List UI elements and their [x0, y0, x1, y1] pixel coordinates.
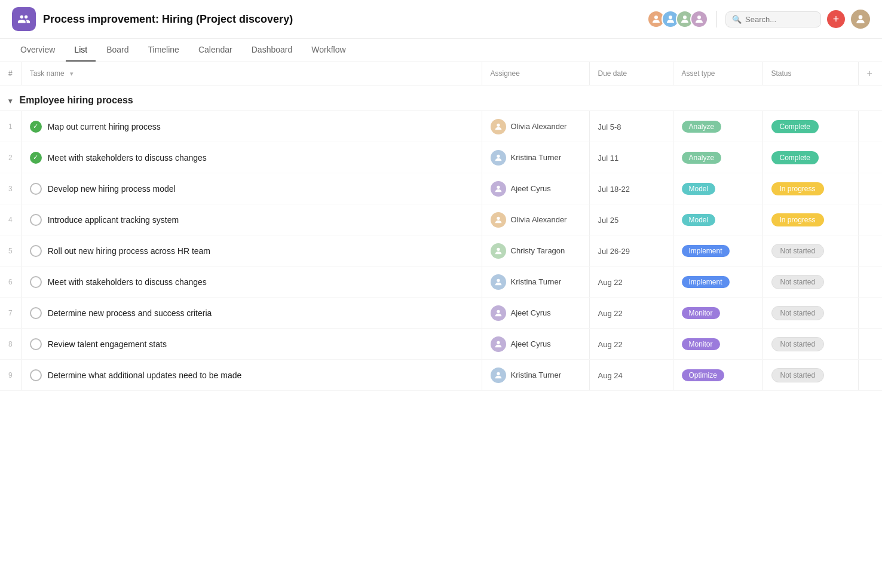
asset-type-cell: Model	[673, 173, 762, 204]
task-name-cell[interactable]: Meet with stakeholders to discuss change…	[21, 267, 482, 298]
task-checkbox[interactable]	[30, 121, 42, 133]
task-name-cell[interactable]: Develop new hiring process model	[21, 173, 482, 204]
team-avatars[interactable]	[647, 10, 708, 28]
asset-type-cell: Monitor	[673, 298, 762, 329]
assignee-avatar	[491, 181, 506, 197]
task-name-text: Meet with stakeholders to discuss change…	[48, 153, 207, 163]
header-divider	[716, 11, 717, 27]
task-checkbox[interactable]	[30, 307, 42, 319]
row-add-cell	[858, 142, 882, 173]
task-checkbox[interactable]	[30, 338, 42, 350]
task-name-text: Map out current hiring process	[48, 122, 161, 131]
task-name-cell[interactable]: Introduce applicant tracking system	[21, 204, 482, 235]
status-badge[interactable]: Complete	[771, 151, 819, 164]
due-date-cell: Aug 22	[589, 267, 673, 298]
asset-badge: Implement	[682, 245, 730, 257]
row-number: 6	[0, 267, 21, 298]
status-cell[interactable]: In progress	[762, 204, 858, 235]
due-date-text: Aug 22	[598, 309, 623, 318]
task-name-text: Develop new hiring process model	[48, 184, 176, 194]
task-name-cell[interactable]: Review talent engagement stats	[21, 329, 482, 360]
avatar-4[interactable]	[690, 10, 708, 28]
section-chevron-icon[interactable]: ▾	[8, 97, 12, 105]
assignee-cell: Olivia Alexander	[482, 204, 589, 235]
task-checkbox[interactable]	[30, 183, 42, 195]
add-button[interactable]: +	[827, 10, 845, 28]
row-add-cell	[858, 360, 882, 391]
current-user-avatar[interactable]	[851, 10, 870, 29]
assignee-cell: Ajeet Cyrus	[482, 329, 589, 360]
section-title: Employee hiring process	[19, 95, 133, 105]
status-cell[interactable]: In progress	[762, 173, 858, 204]
task-name-text: Roll out new hiring process across HR te…	[48, 246, 210, 256]
task-checkbox[interactable]	[30, 276, 42, 288]
search-bar[interactable]: 🔍	[725, 11, 821, 27]
row-number: 2	[0, 142, 21, 173]
due-date-cell: Jul 25	[589, 204, 673, 235]
svg-point-8	[497, 216, 500, 219]
asset-badge: Model	[682, 214, 716, 226]
tab-timeline[interactable]: Timeline	[140, 39, 188, 62]
due-date-cell: Jul 5-8	[589, 111, 673, 142]
col-add[interactable]: +	[858, 62, 882, 85]
svg-point-0	[654, 16, 658, 19]
task-name-cell[interactable]: Roll out new hiring process across HR te…	[21, 235, 482, 267]
status-badge[interactable]: In progress	[771, 182, 824, 195]
status-cell[interactable]: Not started	[762, 298, 858, 329]
status-badge[interactable]: Not started	[771, 306, 825, 320]
task-checkbox[interactable]	[30, 245, 42, 257]
task-name-cell[interactable]: Meet with stakeholders to discuss change…	[21, 142, 482, 173]
asset-type-cell: Model	[673, 204, 762, 235]
status-cell[interactable]: Not started	[762, 329, 858, 360]
task-checkbox[interactable]	[30, 214, 42, 226]
task-checkbox[interactable]	[30, 369, 42, 381]
search-icon: 🔍	[732, 15, 742, 24]
status-badge[interactable]: Not started	[771, 275, 825, 289]
row-add-cell	[858, 111, 882, 142]
due-date-text: Aug 22	[598, 340, 623, 349]
assignee-avatar	[491, 305, 506, 321]
status-badge[interactable]: Complete	[771, 120, 819, 133]
status-cell[interactable]: Not started	[762, 235, 858, 267]
status-cell[interactable]: Not started	[762, 267, 858, 298]
task-name-cell[interactable]: Determine new process and success criter…	[21, 298, 482, 329]
svg-point-4	[859, 15, 863, 19]
tab-workflow[interactable]: Workflow	[303, 39, 354, 62]
status-badge[interactable]: Not started	[771, 337, 825, 351]
table-row: 3 Develop new hiring process model Ajeet…	[0, 173, 882, 204]
tab-list[interactable]: List	[66, 39, 96, 62]
row-add-cell	[858, 267, 882, 298]
status-cell[interactable]: Complete	[762, 142, 858, 173]
due-date-text: Jul 11	[598, 154, 619, 163]
task-col-sort-icon[interactable]: ▾	[70, 70, 74, 77]
status-cell[interactable]: Complete	[762, 111, 858, 142]
tab-overview[interactable]: Overview	[12, 39, 63, 62]
asset-badge: Monitor	[682, 338, 720, 350]
assignee-avatar	[491, 150, 506, 166]
svg-point-11	[497, 310, 500, 313]
status-badge[interactable]: In progress	[771, 213, 824, 226]
assignee-cell: Kristina Turner	[482, 142, 589, 173]
svg-point-12	[497, 341, 500, 344]
col-task[interactable]: Task name ▾	[21, 62, 482, 85]
status-cell[interactable]: Not started	[762, 360, 858, 391]
tab-dashboard[interactable]: Dashboard	[243, 39, 301, 62]
svg-point-10	[497, 278, 500, 281]
table-row: 7 Determine new process and success crit…	[0, 298, 882, 329]
tab-calendar[interactable]: Calendar	[190, 39, 241, 62]
table-row: 4 Introduce applicant tracking system Ol…	[0, 204, 882, 235]
task-checkbox[interactable]	[30, 152, 42, 164]
status-badge[interactable]: Not started	[771, 368, 825, 382]
row-number: 1	[0, 111, 21, 142]
task-name-cell[interactable]: Map out current hiring process	[21, 111, 482, 142]
status-badge[interactable]: Not started	[771, 244, 825, 258]
task-name-cell[interactable]: Determine what additional updates need t…	[21, 360, 482, 391]
assignee-cell: Ajeet Cyrus	[482, 298, 589, 329]
task-name-text: Determine what additional updates need t…	[48, 370, 242, 380]
due-date-cell: Aug 24	[589, 360, 673, 391]
row-number: 5	[0, 235, 21, 267]
section-header-row: ▾ Employee hiring process	[0, 85, 882, 111]
nav-tabs: Overview List Board Timeline Calendar Da…	[0, 39, 882, 62]
search-input[interactable]	[745, 15, 805, 24]
tab-board[interactable]: Board	[98, 39, 137, 62]
